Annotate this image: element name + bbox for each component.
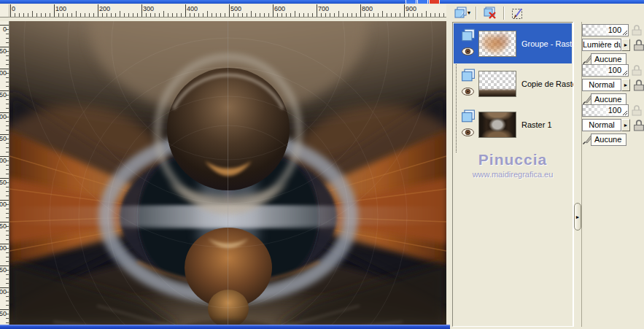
layer-link-button[interactable]: Aucune <box>591 133 626 146</box>
fractal-artwork <box>9 21 446 327</box>
dropdown-caret-icon[interactable]: ▾ <box>468 10 470 16</box>
ruler-tick-label: 50 <box>0 47 7 55</box>
visibility-eye-icon[interactable] <box>462 128 474 136</box>
ruler-tick-label: 300 <box>143 5 154 12</box>
controls-raster-1: 100 Normal ► <box>582 104 644 148</box>
layer-type-icon <box>461 109 476 123</box>
edit-selection-icon <box>511 7 524 20</box>
ruler-tick-label: 550 <box>0 266 7 274</box>
slider-grip-icon[interactable] <box>622 70 628 76</box>
layers-icon <box>454 7 467 19</box>
blend-mode-arrow-button[interactable]: ► <box>621 119 630 131</box>
splitter-arrow-icon: ► <box>575 214 581 220</box>
ruler-tick-label: 600 <box>274 5 285 12</box>
opacity-value: 100 <box>608 66 621 74</box>
controls-groupe-raster-2: 100 Lumière dure ► <box>582 24 644 68</box>
blend-mode-select[interactable]: Lumière dure <box>582 39 621 51</box>
ruler-tick-label: 800 <box>362 5 373 12</box>
blend-mode-arrow-button[interactable]: ► <box>621 79 630 91</box>
right-arrow-icon: ► <box>624 82 629 88</box>
ruler-tick-label: 900 <box>406 5 416 12</box>
opacity-slider[interactable]: 100 <box>582 104 629 117</box>
toolbar-separator <box>503 7 505 20</box>
layer-icons <box>459 67 477 101</box>
link-lock-icon[interactable] <box>632 25 642 36</box>
bottom-window-strip <box>0 325 450 329</box>
watermark-url: www.maidiregrafica.eu <box>453 170 573 179</box>
layer-thumbnail[interactable] <box>478 71 516 97</box>
ruler-tick-label: 450 <box>0 222 7 230</box>
layer-icons <box>459 108 477 142</box>
canvas-window: 0100200300400500600700800900 05010015020… <box>0 4 450 329</box>
delete-layer-icon <box>484 7 497 19</box>
layer-type-icon <box>461 28 476 42</box>
ruler-tick-label: 300 <box>0 157 7 164</box>
slider-grip-icon[interactable] <box>622 30 628 36</box>
ruler-tick-label: 400 <box>187 5 198 12</box>
ruler-tick-label: 200 <box>99 5 110 12</box>
right-arrow-icon: ► <box>624 123 629 128</box>
ruler-tick-label: 500 <box>0 244 7 252</box>
transparency-lock-icon[interactable] <box>633 80 644 91</box>
palette-splitter[interactable]: ► <box>573 22 582 327</box>
layer-thumbnail[interactable] <box>478 31 516 57</box>
opacity-slider[interactable]: 100 <box>582 64 629 77</box>
right-arrow-icon: ► <box>624 42 629 47</box>
ruler-tick-label: 250 <box>0 135 7 142</box>
edit-selection-button[interactable] <box>508 5 527 21</box>
ruler-tick-label: 100 <box>0 69 7 77</box>
opacity-slider[interactable]: 100 <box>582 24 629 36</box>
layer-row-copie-de-raster-1[interactable]: Copie de Raster 1 <box>454 63 572 104</box>
layer-row-raster-1[interactable]: Raster 1 <box>454 104 572 144</box>
blend-mode-select[interactable]: Normal <box>582 119 621 131</box>
ruler-tick-label: 200 <box>0 113 7 120</box>
layer-controls-column: 100 Lumière dure ► <box>582 22 644 327</box>
ruler-tick-label: 0 <box>3 26 7 33</box>
ruler-corner <box>0 4 9 18</box>
blend-mode-arrow-button[interactable]: ► <box>621 39 630 51</box>
delete-layer-button[interactable] <box>481 5 500 21</box>
ruler-tick-label: 650 <box>0 310 7 317</box>
layer-row-groupe-raster-2[interactable]: Groupe - Raster 2 <box>454 23 572 63</box>
toolbar-separator <box>476 7 477 20</box>
layer-type-icon <box>461 69 476 82</box>
layers-toolbar: ▾ <box>450 4 644 22</box>
transparency-lock-icon[interactable] <box>633 120 644 131</box>
link-lock-icon[interactable] <box>632 105 642 116</box>
controls-copie-de-raster-1: 100 Normal ► <box>582 64 644 108</box>
ruler-tick-label: 400 <box>0 201 7 208</box>
new-layer-button[interactable]: ▾ <box>453 5 472 21</box>
ruler-tick-label: 600 <box>0 288 7 295</box>
layers-palette: ▾ <box>450 4 644 329</box>
splitter-handle[interactable]: ► <box>574 203 581 231</box>
ruler-tick-label: 350 <box>0 179 7 186</box>
blend-mode-select[interactable]: Normal <box>582 79 621 91</box>
ruler-tick-label: 100 <box>55 5 66 12</box>
slider-grip-icon[interactable] <box>622 110 628 116</box>
watermark-title: Pinuccia <box>453 151 573 169</box>
layer-icons <box>459 27 477 61</box>
ruler-tick-label: 500 <box>230 5 241 12</box>
layer-label: Raster 1 <box>521 120 552 129</box>
visibility-eye-icon[interactable] <box>462 47 474 55</box>
link-lock-icon[interactable] <box>632 65 642 76</box>
layer-thumbnail[interactable] <box>478 112 516 138</box>
opacity-value: 100 <box>608 106 621 115</box>
ruler-tick-label: 150 <box>0 91 7 98</box>
canvas-image[interactable] <box>9 21 446 327</box>
transparency-lock-icon[interactable] <box>633 39 644 51</box>
layer-list: Groupe - Raster 2 Copie de Raster 1 <box>452 22 573 327</box>
opacity-value: 100 <box>608 26 621 34</box>
ruler-tick-label: 0 <box>12 5 15 12</box>
ruler-tick-label: 700 <box>318 5 329 12</box>
visibility-eye-icon[interactable] <box>462 88 474 96</box>
ruler-horizontal: 0100200300400500600700800900 <box>9 4 446 18</box>
watermark: Pinuccia www.maidiregrafica.eu <box>453 151 573 179</box>
ruler-vertical: 050100150200250300350400450500550600650 <box>0 21 9 327</box>
